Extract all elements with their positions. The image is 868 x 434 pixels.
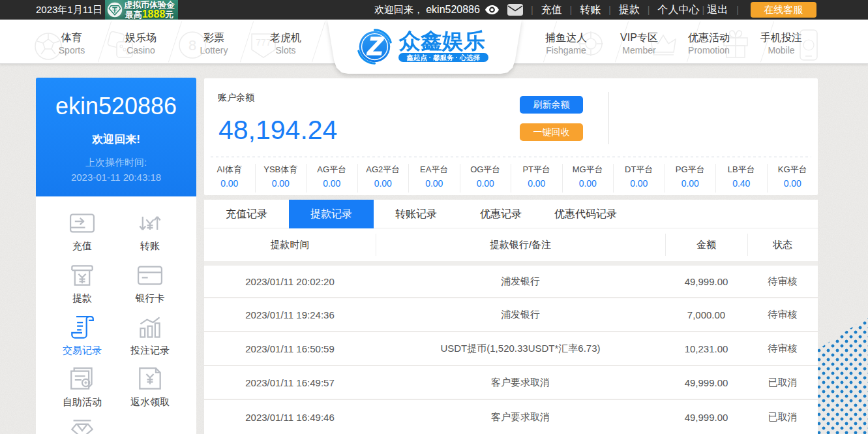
svg-text:Z: Z <box>367 32 384 60</box>
svg-text:777: 777 <box>256 37 271 48</box>
svg-text:8: 8 <box>188 37 196 54</box>
